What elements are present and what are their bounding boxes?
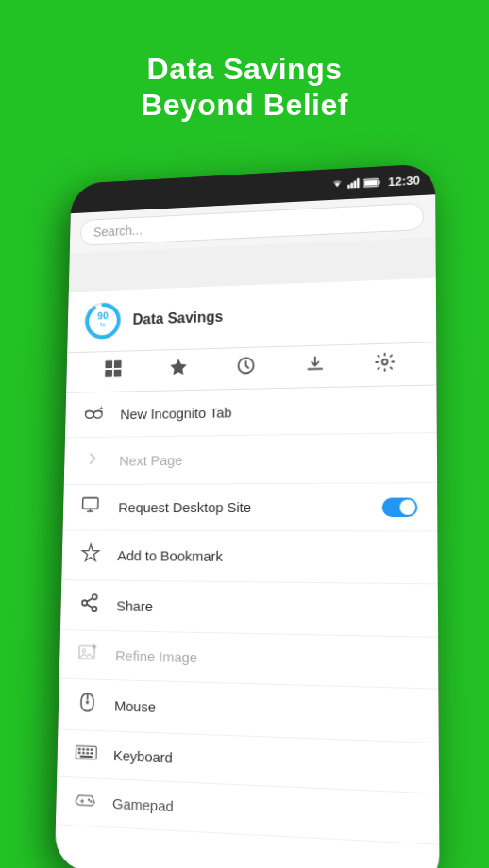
wifi-icon [330, 178, 344, 190]
svg-rect-35 [82, 752, 85, 754]
downloads-icon[interactable] [304, 353, 325, 379]
svg-rect-13 [105, 370, 112, 377]
svg-rect-3 [357, 178, 360, 188]
search-placeholder: Search... [93, 223, 143, 239]
menu-item-share[interactable]: Share [60, 580, 438, 638]
svg-point-40 [90, 800, 92, 803]
apps-icon[interactable] [103, 359, 123, 384]
chevron-right-icon [82, 449, 104, 472]
svg-rect-38 [80, 755, 93, 758]
svg-rect-0 [347, 185, 350, 189]
browser-area: Search... 90 [55, 194, 440, 868]
phone-body: 12:30 Search... [55, 163, 440, 868]
history-icon[interactable] [236, 355, 257, 381]
keyboard-icon [76, 743, 98, 765]
svg-rect-37 [91, 752, 93, 754]
share-label: Share [116, 597, 153, 613]
share-icon [78, 593, 100, 618]
incognito-icon: + [83, 404, 105, 425]
svg-point-39 [88, 798, 90, 801]
next-page-label: Next Page [119, 452, 182, 468]
menu-item-request-desktop-site[interactable]: Request Desktop Site [63, 483, 438, 531]
phone-mockup: 12:30 Search... [37, 163, 452, 868]
svg-rect-12 [114, 360, 122, 368]
menu-item-add-to-bookmark[interactable]: Add to Bookmark [61, 530, 438, 584]
svg-point-16 [382, 359, 388, 365]
mouse-icon [76, 692, 99, 718]
svg-rect-20 [82, 498, 97, 509]
svg-point-21 [93, 594, 97, 599]
gamepad-icon [74, 790, 96, 813]
svg-rect-2 [353, 180, 356, 188]
hero-line1: Data Savings [147, 52, 343, 86]
desktop-icon [81, 496, 103, 517]
svg-rect-11 [105, 360, 112, 368]
svg-rect-6 [364, 179, 377, 186]
add-to-bookmark-label: Add to Bookmark [117, 547, 223, 564]
svg-text:90: 90 [97, 309, 109, 321]
status-icons [330, 176, 380, 190]
request-desktop-toggle[interactable] [382, 497, 418, 516]
refine-image-label: Refine Image [115, 647, 197, 665]
menu-item-new-incognito-tab[interactable]: + New Incognito Tab [65, 385, 437, 438]
request-desktop-site-label: Request Desktop Site [118, 499, 251, 515]
svg-text:+: + [99, 405, 103, 411]
data-savings-header: 90 % Data Savings [67, 277, 436, 353]
keyboard-label: Keyboard [113, 747, 173, 766]
hero-heading: Data Savings Beyond Belief [141, 51, 348, 124]
svg-rect-1 [350, 183, 353, 189]
battery-icon [363, 176, 380, 188]
svg-rect-5 [378, 180, 379, 184]
bookmark-star-icon [79, 542, 101, 568]
mouse-label: Mouse [114, 697, 156, 715]
svg-point-22 [82, 600, 87, 605]
new-incognito-tab-label: New Incognito Tab [120, 404, 231, 422]
svg-rect-33 [91, 748, 93, 750]
data-savings-gauge: 90 % [81, 299, 125, 343]
dropdown-panel: 90 % Data Savings [55, 277, 440, 868]
svg-point-25 [82, 649, 85, 652]
svg-rect-34 [78, 751, 81, 753]
bookmarks-icon[interactable] [169, 357, 189, 382]
svg-point-28 [86, 700, 89, 703]
svg-rect-36 [86, 752, 89, 754]
data-savings-label: Data Savings [132, 302, 420, 328]
hero-line2: Beyond Belief [141, 88, 348, 122]
gamepad-label: Gamepad [112, 794, 174, 814]
svg-rect-31 [82, 748, 85, 750]
settings-icon[interactable] [375, 351, 396, 377]
svg-rect-30 [78, 748, 81, 750]
menu-item-next-page[interactable]: Next Page [64, 433, 437, 485]
signal-icon [347, 177, 360, 189]
svg-rect-14 [113, 369, 121, 376]
svg-text:%: % [100, 322, 106, 328]
refine-image-icon [77, 643, 99, 666]
svg-rect-32 [86, 748, 89, 750]
status-time: 12:30 [388, 173, 420, 188]
